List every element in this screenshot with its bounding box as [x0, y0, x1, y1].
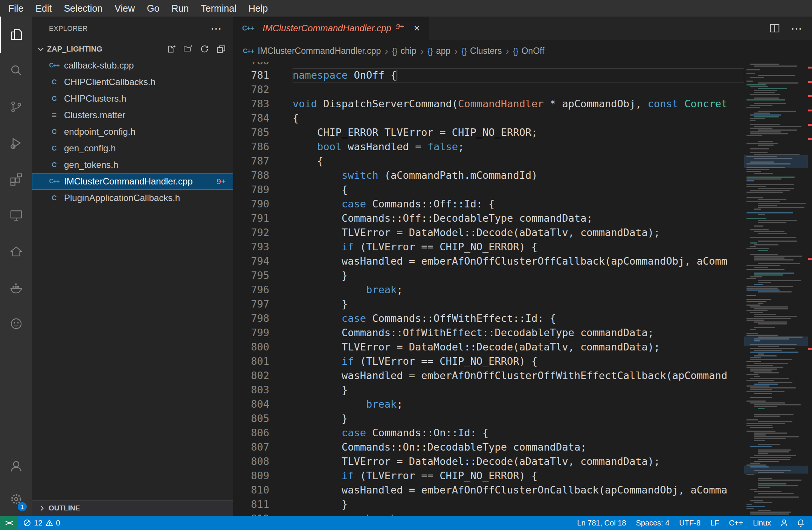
code-line-801[interactable]: 801 if (TLVError == CHIP_NO_ERROR) {	[233, 354, 744, 369]
activity-item-home[interactable]	[0, 233, 32, 270]
code-line-789[interactable]: 789 {	[233, 183, 744, 197]
activity-item-settings[interactable]: 1	[0, 483, 32, 516]
file-item-PluginApplicationCallbacks.h[interactable]: CPluginApplicationCallbacks.h	[32, 190, 233, 206]
scrollbar[interactable]	[808, 62, 812, 516]
file-name: CHIPClusters.h	[64, 93, 126, 104]
tab-imclustercommandhandler[interactable]: C++ IMClusterCommandHandler.cpp 9+ ×	[233, 17, 429, 40]
code-line-803[interactable]: 803 }	[233, 383, 744, 397]
menu-item-help[interactable]: Help	[243, 0, 274, 17]
file-item-gen_tokens.h[interactable]: Cgen_tokens.h	[32, 157, 233, 173]
code-text: {	[293, 154, 744, 168]
status-encoding[interactable]: UTF-8	[674, 519, 705, 527]
code-line-805[interactable]: 805 }	[233, 411, 744, 426]
code-line-800[interactable]: 800 TLVError = DataModel::Decode(aDataTl…	[233, 340, 744, 354]
code-line-787[interactable]: 787 {	[233, 154, 744, 168]
new-file-icon[interactable]	[167, 44, 176, 53]
code-line-788[interactable]: 788 switch (aCommandPath.mCommandId)	[233, 168, 744, 183]
code-line-793[interactable]: 793 if (TLVError == CHIP_NO_ERROR) {	[233, 240, 744, 254]
file-item-CHIPClusters.h[interactable]: CCHIPClusters.h	[32, 90, 233, 107]
file-item-IMClusterCommandHandler.cpp[interactable]: C++IMClusterCommandHandler.cpp9+	[32, 173, 233, 190]
code-line-811[interactable]: 811 }	[233, 497, 744, 512]
problems-status[interactable]: 12 0	[18, 519, 65, 527]
code-line-783[interactable]: 783void DispatchServerCommand(CommandHan…	[233, 97, 744, 111]
activity-item-run-and-debug[interactable]	[0, 125, 32, 161]
activity-item-explorer[interactable]	[0, 17, 32, 53]
menu-item-file[interactable]: File	[2, 0, 29, 17]
editor-more-actions-icon[interactable]: ⋯	[791, 22, 802, 35]
close-icon[interactable]: ×	[414, 23, 420, 34]
outline-section-header[interactable]: OUTLINE	[32, 500, 233, 516]
code-line-791[interactable]: 791 Commands::Off::DecodableType command…	[233, 211, 744, 225]
feedback-status[interactable]	[776, 518, 792, 527]
menu-item-selection[interactable]: Selection	[58, 0, 108, 17]
code-line-792[interactable]: 792 TLVError = DataModel::Decode(aDataTl…	[233, 225, 744, 240]
folder-section-header[interactable]: ZAP_LIGHTING	[32, 41, 233, 57]
file-item-gen_config.h[interactable]: Cgen_config.h	[32, 140, 233, 157]
minimap-line	[746, 310, 768, 311]
status-cursor-position[interactable]: Ln 781, Col 18	[572, 519, 631, 527]
code-line-796[interactable]: 796 break;	[233, 283, 744, 297]
code-line-790[interactable]: 790 case Commands::Off::Id: {	[233, 197, 744, 211]
collapse-all-icon[interactable]	[217, 44, 226, 53]
activity-item-remote-explorer[interactable]	[0, 197, 32, 233]
breadcrumb-item-clusters[interactable]: {}Clusters	[461, 46, 502, 56]
file-item-endpoint_config.h[interactable]: Cendpoint_config.h	[32, 123, 233, 140]
file-item-callback-stub.cpp[interactable]: C++callback-stub.cpp	[32, 57, 233, 74]
code-line-808[interactable]: 808 TLVError = DataModel::Decode(aDataTl…	[233, 454, 744, 469]
breadcrumb-item-onoff[interactable]: {}OnOff	[513, 46, 545, 56]
activity-item-platformio[interactable]	[0, 306, 32, 342]
file-item-CHIPClientCallbacks.h[interactable]: CCHIPClientCallbacks.h	[32, 74, 233, 90]
file-item-Clusters.matter[interactable]: ≡Clusters.matter	[32, 107, 233, 123]
activity-item-docker[interactable]	[0, 270, 32, 306]
minimap-line	[758, 111, 796, 112]
file-name: endpoint_config.h	[64, 126, 136, 137]
code-text: {	[293, 111, 744, 125]
activity-item-accounts[interactable]	[0, 449, 32, 483]
minimap-line	[758, 451, 789, 452]
breadcrumb-item-app[interactable]: {}app	[427, 46, 450, 56]
code-line-812[interactable]: 812 break;	[233, 512, 744, 516]
code-line-806[interactable]: 806 case Commands::On::Id: {	[233, 426, 744, 440]
split-editor-icon[interactable]	[769, 23, 780, 34]
code-line-797[interactable]: 797 }	[233, 297, 744, 311]
menu-item-go[interactable]: Go	[141, 0, 165, 17]
more-actions-icon[interactable]: ⋯	[211, 25, 222, 32]
menu-item-view[interactable]: View	[108, 0, 141, 17]
code-line-804[interactable]: 804 break;	[233, 397, 744, 411]
new-folder-icon[interactable]	[183, 44, 192, 53]
status-eol[interactable]: LF	[705, 519, 724, 527]
minimap-line	[746, 431, 775, 432]
code-line-810[interactable]: 810 wasHandled = emberAfOnOffClusterOnCa…	[233, 483, 744, 497]
code-line-785[interactable]: 785 CHIP_ERROR TLVError = CHIP_NO_ERROR;	[233, 125, 744, 140]
code-token: CommandHandler	[458, 98, 544, 110]
remote-indicator[interactable]: ><	[0, 516, 18, 530]
activity-item-extensions[interactable]	[0, 161, 32, 197]
code-line-784[interactable]: 784{	[233, 111, 744, 125]
status-remote-os[interactable]: Linux	[748, 519, 776, 527]
menu-item-run[interactable]: Run	[165, 0, 195, 17]
status-language-mode[interactable]: C++	[724, 519, 748, 527]
code-line-794[interactable]: 794 wasHandled = emberAfOnOffClusterOffC…	[233, 254, 744, 268]
code-line-782[interactable]: 782	[233, 82, 744, 97]
breadcrumb-item-chip[interactable]: {}chip	[392, 46, 417, 56]
code-line-786[interactable]: 786 bool wasHandled = false;	[233, 140, 744, 154]
minimap[interactable]	[744, 62, 808, 516]
menu-item-edit[interactable]: Edit	[29, 0, 58, 17]
code-line-781[interactable]: 781namespace OnOff {	[233, 68, 744, 82]
code-line-802[interactable]: 802 wasHandled = emberAfOnOffClusterOffW…	[233, 369, 744, 383]
minimap-line	[746, 508, 754, 509]
code-editor[interactable]: 780781namespace OnOff {782783void Dispat…	[233, 62, 812, 516]
code-line-799[interactable]: 799 Commands::OffWithEffect::DecodableTy…	[233, 326, 744, 340]
menu-item-terminal[interactable]: Terminal	[195, 0, 242, 17]
code-line-809[interactable]: 809 if (TLVError == CHIP_NO_ERROR) {	[233, 469, 744, 483]
activity-item-source-control[interactable]	[0, 89, 32, 125]
code-line-807[interactable]: 807 Commands::On::DecodableType commandD…	[233, 440, 744, 454]
notifications-status[interactable]	[792, 518, 809, 527]
status-indentation[interactable]: Spaces: 4	[631, 519, 674, 527]
breadcrumb-item-file[interactable]: C++IMClusterCommandHandler.cpp	[243, 46, 381, 56]
refresh-icon[interactable]	[200, 44, 209, 53]
code-line-795[interactable]: 795 }	[233, 268, 744, 283]
code-line-798[interactable]: 798 case Commands::OffWithEffect::Id: {	[233, 311, 744, 326]
activity-item-search[interactable]	[0, 53, 32, 89]
code-line-780[interactable]: 780	[233, 62, 744, 68]
